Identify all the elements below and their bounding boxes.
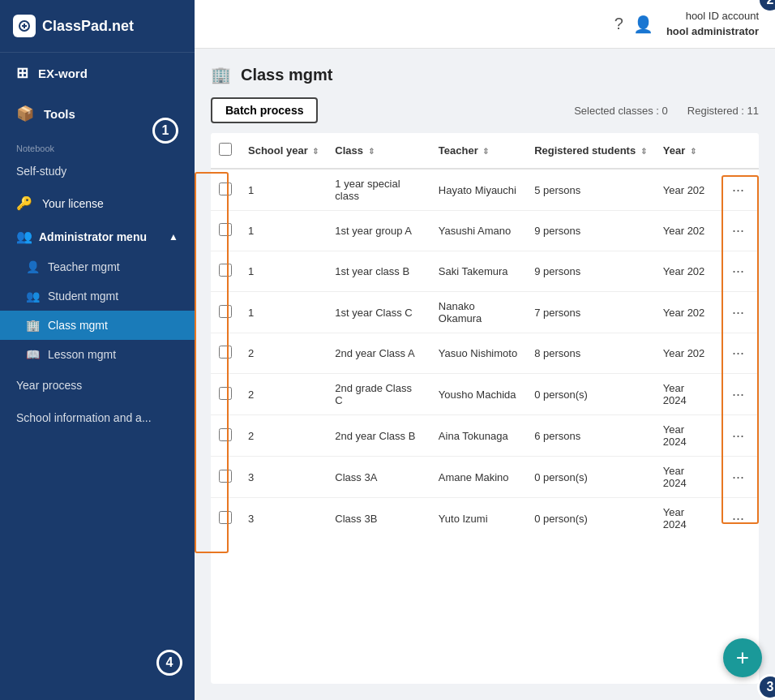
row-checkbox-cell bbox=[211, 251, 240, 292]
row-actions-button-5[interactable]: ··· bbox=[726, 383, 751, 406]
sidebar-item-license[interactable]: 🔑 Your license bbox=[0, 186, 195, 221]
row-actions-cell: ··· bbox=[717, 292, 759, 333]
row-checkbox-0[interactable] bbox=[219, 183, 232, 195]
registered-sort-icon[interactable]: ⇕ bbox=[640, 147, 647, 156]
topbar-icons: ? 👤 bbox=[614, 15, 653, 34]
row-year: Year 202 bbox=[655, 333, 717, 374]
table-row: 2 2nd year Class B Aina Tokunaga 6 perso… bbox=[211, 415, 759, 457]
sidebar-item-school-info[interactable]: School information and a... bbox=[0, 402, 195, 434]
row-actions-button-0[interactable]: ··· bbox=[726, 178, 751, 202]
page-header: 🏢 Class mgmt bbox=[211, 65, 759, 84]
row-checkbox-2[interactable] bbox=[219, 264, 232, 277]
row-checkbox-8[interactable] bbox=[219, 511, 232, 524]
sidebar-item-student-mgmt[interactable]: 👥 Student mgmt bbox=[0, 281, 195, 311]
content-area: 🏢 Class mgmt Batch process Selected clas… bbox=[195, 49, 775, 700]
registered-stat: Registered : 11 bbox=[687, 105, 759, 117]
row-checkbox-cell bbox=[211, 292, 240, 333]
row-checkbox-3[interactable] bbox=[219, 305, 232, 318]
sidebar-item-teacher-mgmt[interactable]: 👤 Teacher mgmt bbox=[0, 252, 195, 281]
row-actions-button-4[interactable]: ··· bbox=[726, 341, 751, 365]
annotation-2: 2 bbox=[757, 0, 775, 13]
row-checkbox-1[interactable] bbox=[219, 223, 232, 236]
sidebar-item-exword[interactable]: ⊞ EX-word bbox=[0, 53, 195, 93]
sidebar-item-class-mgmt[interactable]: 🏢 Class mgmt bbox=[0, 311, 195, 340]
add-class-button[interactable]: + bbox=[723, 638, 762, 677]
row-registered: 0 person(s) bbox=[526, 457, 655, 498]
annotation-4: 4 bbox=[156, 650, 182, 676]
year-sort-icon[interactable]: ⇕ bbox=[690, 147, 696, 156]
sidebar-item-year-process-label: Year process bbox=[16, 379, 82, 392]
row-school-year: 3 bbox=[240, 457, 327, 498]
row-actions-button-1[interactable]: ··· bbox=[726, 219, 751, 243]
row-checkbox-cell bbox=[211, 415, 240, 457]
account-line2: hool administrator bbox=[666, 24, 759, 39]
row-actions-cell: ··· bbox=[717, 251, 759, 292]
row-checkbox-cell bbox=[211, 457, 240, 498]
row-checkbox-4[interactable] bbox=[219, 346, 232, 359]
row-teacher: Amane Makino bbox=[430, 457, 526, 498]
row-teacher: Saki Takemura bbox=[430, 251, 526, 292]
sidebar-item-selfstudy[interactable]: Self-study bbox=[0, 157, 195, 186]
row-checkbox-5[interactable] bbox=[219, 387, 232, 400]
row-registered: 5 persons bbox=[526, 169, 655, 211]
user-icon[interactable]: 👤 bbox=[633, 15, 653, 34]
row-actions-cell: ··· bbox=[717, 211, 759, 251]
sidebar-item-year-process[interactable]: Year process bbox=[0, 369, 195, 402]
table-row: 2 2nd grade Class C Yousho Machida 0 per… bbox=[211, 374, 759, 415]
selected-classes-stat: Selected classes : 0 bbox=[574, 105, 668, 117]
row-teacher: Yasushi Amano bbox=[430, 211, 526, 251]
table-row: 1 1 year special class Hayato Miyauchi 5… bbox=[211, 169, 759, 211]
row-registered: 6 persons bbox=[526, 415, 655, 457]
sidebar-item-license-label: Your license bbox=[42, 197, 104, 210]
row-year: Year 2024 bbox=[655, 498, 717, 531]
row-school-year: 3 bbox=[240, 498, 327, 531]
row-actions-cell: ··· bbox=[717, 457, 759, 498]
row-teacher: Nanako Okamura bbox=[430, 292, 526, 333]
sidebar-admin-header[interactable]: 👥 Administrator menu ▲ bbox=[0, 221, 195, 252]
table-row: 3 Class 3B Yuto Izumi 0 person(s) Year 2… bbox=[211, 498, 759, 531]
row-teacher: Aina Tokunaga bbox=[430, 415, 526, 457]
row-checkbox-7[interactable] bbox=[219, 470, 232, 483]
table-row: 3 Class 3A Amane Makino 0 person(s) Year… bbox=[211, 457, 759, 498]
row-class: 2nd grade Class C bbox=[327, 374, 430, 415]
account-line1: hool ID account bbox=[666, 9, 759, 24]
row-actions-button-2[interactable]: ··· bbox=[726, 260, 751, 283]
school-year-sort-icon[interactable]: ⇕ bbox=[312, 147, 319, 156]
row-registered: 0 person(s) bbox=[526, 498, 655, 531]
row-checkbox-cell bbox=[211, 211, 240, 251]
row-year: Year 2024 bbox=[655, 457, 717, 498]
admin-icon: 👥 bbox=[16, 229, 32, 244]
row-class: 1st year Class C bbox=[327, 292, 430, 333]
row-school-year: 2 bbox=[240, 415, 327, 457]
help-icon[interactable]: ? bbox=[614, 15, 623, 33]
row-year: Year 202 bbox=[655, 169, 717, 211]
lesson-mgmt-icon: 📖 bbox=[26, 348, 40, 361]
table-scroll[interactable]: School year ⇕ Class ⇕ Teacher ⇕ Register… bbox=[211, 133, 759, 530]
row-actions-button-6[interactable]: ··· bbox=[726, 424, 751, 448]
license-icon: 🔑 bbox=[16, 195, 32, 211]
class-mgmt-header-icon: 🏢 bbox=[211, 65, 231, 84]
sidebar-item-lesson-mgmt[interactable]: 📖 Lesson mgmt bbox=[0, 340, 195, 369]
account-info: hool ID account hool administrator bbox=[666, 9, 759, 38]
row-actions-button-3[interactable]: ··· bbox=[726, 301, 751, 324]
row-actions-button-8[interactable]: ··· bbox=[726, 507, 751, 530]
select-all-checkbox[interactable] bbox=[219, 143, 232, 156]
batch-process-button[interactable]: Batch process bbox=[211, 97, 318, 123]
row-checkbox-cell bbox=[211, 498, 240, 531]
row-registered: 7 persons bbox=[526, 292, 655, 333]
toolbar: Batch process Selected classes : 0 Regis… bbox=[211, 97, 759, 123]
row-school-year: 1 bbox=[240, 292, 327, 333]
row-year: Year 202 bbox=[655, 251, 717, 292]
row-registered: 0 person(s) bbox=[526, 374, 655, 415]
col-teacher: Teacher ⇕ bbox=[430, 133, 526, 169]
sidebar-item-lesson-mgmt-label: Lesson mgmt bbox=[48, 348, 116, 361]
row-actions-button-7[interactable]: ··· bbox=[726, 466, 751, 489]
class-sort-icon[interactable]: ⇕ bbox=[368, 147, 375, 156]
teacher-sort-icon[interactable]: ⇕ bbox=[482, 147, 489, 156]
row-checkbox-6[interactable] bbox=[219, 428, 232, 441]
col-class: Class ⇕ bbox=[327, 133, 430, 169]
tools-icon: 📦 bbox=[16, 105, 34, 122]
sidebar: ClassPad.net ⊞ EX-word 📦 Tools Notebook … bbox=[0, 0, 195, 700]
teacher-mgmt-icon: 👤 bbox=[26, 260, 40, 273]
col-actions bbox=[717, 133, 759, 169]
